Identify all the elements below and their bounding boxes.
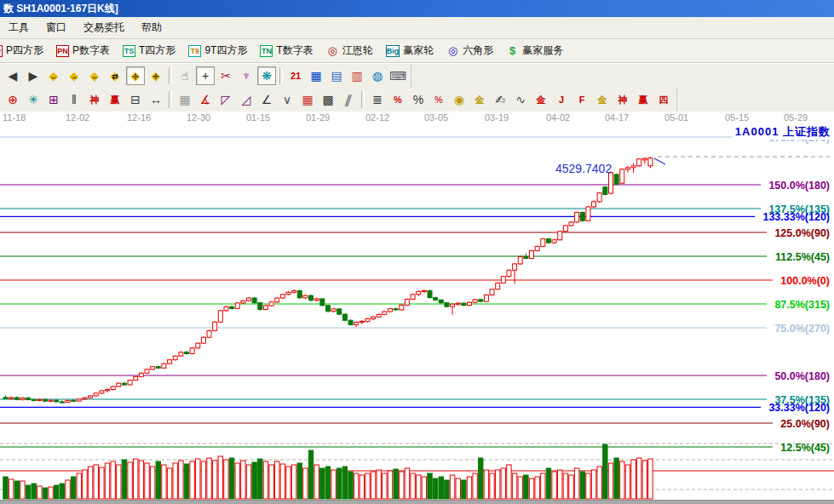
shen-tool-icon[interactable]: 神 [85,90,104,109]
diamond-4way-icon[interactable]: ◆✢ [126,66,145,85]
p-square-button[interactable]: 9PP四方形 [0,42,46,60]
candle [184,352,188,354]
menu-item-3[interactable]: 帮助 [133,18,170,37]
web-export-icon[interactable]: ◍ [368,66,387,85]
diamond-hmove-icon[interactable]: ◆↔ [85,66,104,85]
gold-angle-icon[interactable]: 金 [593,90,612,109]
menu-item-2[interactable]: 交易委托 [75,18,133,37]
calendar-icon[interactable]: 21 [286,66,305,85]
j-angle-icon[interactable]: J [552,90,571,109]
frame-grid-icon[interactable]: ▦ [175,90,194,109]
pen-flag-icon[interactable]: ✍ [491,90,509,109]
gold-circle-icon[interactable]: ◉ [450,90,469,109]
ying-tool-icon[interactable]: 赢 [106,90,124,109]
t-table-button[interactable]: TNT数字表 [257,42,315,60]
volume-bar [365,473,370,499]
gann-level-label: 100.0%(0) [780,275,830,287]
print-icon[interactable]: ⌨ [388,66,407,85]
candle [541,239,545,247]
menu-item-0[interactable]: 工具 [0,18,37,37]
t-square-button[interactable]: TST四方形 [120,42,178,60]
candle [241,301,245,303]
save-icon[interactable]: ▥ [348,66,366,85]
grid-black-icon[interactable]: ▩ [319,90,337,109]
candle [218,311,222,322]
hexagon-button[interactable]: ◎六角形 [444,42,496,60]
back-icon[interactable]: ◀ [3,66,22,85]
volume-bar [275,461,279,499]
calculator-icon[interactable]: ▦ [307,66,325,85]
volume-bar [631,460,636,499]
gold-red-icon[interactable]: 金 [532,90,550,109]
h-arrows-icon[interactable]: ↔ [147,90,165,109]
candle [331,309,336,312]
v-check-icon[interactable]: ∨ [278,90,296,109]
fan-box1-icon[interactable]: ◸ [216,90,235,109]
chart-area[interactable]: 175.0%(270)150.0%(180)137.5%(135)133.33%… [0,112,834,500]
candle [325,306,330,312]
candle [530,251,534,259]
diamond-right-icon[interactable]: ◆→ [65,66,83,85]
diamond-left-icon[interactable]: ◆← [44,66,63,85]
gold-lines-icon[interactable]: 金 [470,90,489,109]
candle [535,246,539,250]
volume-bar [614,458,618,499]
fib-retrace-icon[interactable]: % [388,90,407,109]
volume-bar [49,487,53,499]
winner-wheel-button[interactable]: Big赢家轮 [383,42,437,60]
slant-lines-icon[interactable]: ∥ [336,90,360,109]
shen-angle-icon[interactable]: 神 [613,90,632,109]
diamond-hmove-icon-overlay: ↔ [86,68,103,85]
volume-bar [337,468,342,499]
candle [490,289,494,295]
candle [235,303,239,308]
wave-icon[interactable]: ∿ [511,90,530,109]
forward-icon[interactable]: ▶ [24,66,43,85]
candle [314,299,319,301]
diamond-swap-icon[interactable]: ◆⇄ [106,66,124,85]
gann-fan-red-icon[interactable]: ∡ [196,90,215,109]
volume-bar [207,458,211,499]
candle [445,303,449,306]
candle [280,295,285,298]
candle [546,239,550,243]
gann-wheel-button[interactable]: ◎江恩轮 [324,42,376,60]
trident-tool-icon[interactable]: ♆ [237,66,256,85]
kline-tool-icon[interactable]: ‖ [65,90,83,109]
t9-square-button[interactable]: T99T四方形 [186,42,250,60]
volume-bar [405,468,409,499]
pattern-tool-icon[interactable]: ❋ [257,66,276,85]
title-bar[interactable]: 数 SH1A0001-167日K线] [0,0,834,17]
grid-target-icon[interactable]: ⊞ [44,90,63,109]
fan-box2-icon[interactable]: ◿ [237,90,256,109]
crosshair-icon[interactable]: + [196,66,215,85]
gann-wheel-icon[interactable]: ⊕ [3,90,22,109]
menu-item-1[interactable]: 窗口 [37,18,75,37]
grid-red-icon[interactable]: ▦ [298,90,317,109]
si-angle-icon[interactable]: 四 [654,90,673,109]
volume-bar [648,459,653,499]
grid-123-icon[interactable]: ⊟ [126,90,145,109]
fib5-icon[interactable]: % [429,90,448,109]
winner-service-button[interactable]: $赢家服务 [503,42,566,60]
volume-bar [636,458,641,499]
volume-bar [43,488,47,499]
bottom-scroll-strip[interactable] [0,500,834,504]
starburst-icon[interactable]: ✳ [24,90,43,109]
volume-bar [252,462,256,499]
diamond-cross-icon[interactable]: ◆✛ [147,66,165,85]
angle-lines-icon[interactable]: ∠ [257,90,276,109]
pan-hand-icon[interactable]: ☝ [175,66,194,85]
symbol-label: 1A0001 上证指数 [732,124,831,140]
volume-bar [184,464,188,499]
volume-bar [320,468,325,499]
p-table-button[interactable]: PNP数字表 [54,42,112,60]
diamond-right-icon-overlay: → [66,68,83,85]
report-icon[interactable]: ▤ [327,66,346,85]
candle [196,343,200,348]
ying-angle-icon[interactable]: 赢 [634,90,653,109]
price-ladder-icon[interactable]: ≣ [368,90,387,109]
polyline-icon[interactable]: ✂ [216,66,235,85]
percent-icon[interactable]: % [409,90,428,109]
f-angle-icon[interactable]: F [572,90,591,109]
